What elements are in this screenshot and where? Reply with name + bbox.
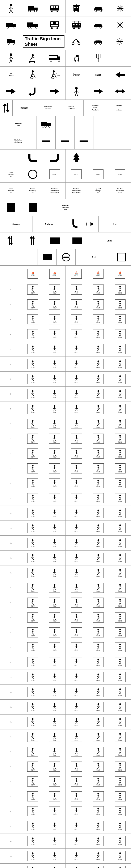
svg-line-843 xyxy=(75,632,76,634)
svg-line-387 xyxy=(54,409,55,411)
svg-line-417 xyxy=(54,424,55,426)
cat-cell-13-3: ©CAT xyxy=(87,476,109,491)
svg-line-1125 xyxy=(119,767,120,769)
cat-cell-7-3: ©CAT xyxy=(87,386,109,401)
svg-line-256 xyxy=(120,334,121,336)
svg-point-32 xyxy=(120,8,121,9)
row-num-38: 39. xyxy=(0,849,22,863)
svg-point-110 xyxy=(52,76,54,79)
cat-cell-17-4: ©CAT xyxy=(109,536,131,550)
row-8: Anliegerfrei xyxy=(0,116,131,133)
cell-lieferverkehr: Liefer-verkehrfrei xyxy=(0,166,22,182)
svg-point-197 xyxy=(32,316,34,317)
svg-line-423 xyxy=(75,424,76,426)
svg-point-617 xyxy=(32,525,34,526)
row-num-24: 25. xyxy=(0,640,22,655)
cell-frei2: frei xyxy=(75,249,112,266)
row-num-18: 19. xyxy=(0,551,22,565)
cat-cell-15-1: ©CAT xyxy=(44,506,66,521)
svg-line-381 xyxy=(32,409,33,411)
svg-line-465 xyxy=(119,439,120,441)
cell-car2 xyxy=(87,17,109,33)
row-num-15: 16. xyxy=(0,506,22,521)
svg-point-317 xyxy=(32,375,34,377)
svg-line-639 xyxy=(97,528,98,530)
svg-line-664 xyxy=(76,543,77,545)
svg-point-965 xyxy=(97,688,99,690)
cat-cell-12-1: ©CAT xyxy=(44,461,66,476)
cat-cell-2-4: ©CAT xyxy=(109,312,131,327)
cat-cell-37-4: ©CAT xyxy=(109,834,131,848)
svg-point-39 xyxy=(28,27,30,28)
svg-point-251 xyxy=(119,331,121,332)
cat-cell-9-0: ©CAT xyxy=(22,416,44,431)
svg-line-609 xyxy=(97,513,98,515)
svg-rect-10 xyxy=(28,6,34,10)
svg-line-1198 xyxy=(55,811,56,813)
row-11: Liefer-verkehrfrei ©CAT ©CAT ©CAT ©CAT xyxy=(0,166,131,183)
svg-line-441 xyxy=(32,439,33,441)
svg-line-1252 xyxy=(33,841,34,843)
svg-line-238 xyxy=(55,334,56,336)
cell-empty10 xyxy=(109,150,131,166)
svg-line-975 xyxy=(119,692,120,694)
svg-point-130 xyxy=(45,126,46,127)
cell-arrow-return xyxy=(82,216,99,232)
svg-line-1179 xyxy=(97,797,98,799)
cat-cell-24-1: ©CAT xyxy=(44,640,66,655)
svg-point-215 xyxy=(97,316,99,317)
svg-point-515 xyxy=(97,465,99,466)
svg-point-701 xyxy=(119,554,121,556)
svg-line-1030 xyxy=(98,722,99,724)
cell-no-entry xyxy=(57,249,75,266)
svg-line-939 xyxy=(97,677,98,679)
svg-line-255 xyxy=(119,334,120,336)
streugut-label: Streugut xyxy=(12,223,20,225)
svg-line-166 xyxy=(120,289,121,292)
cat-cell-39-1: ©CAT xyxy=(44,864,66,868)
cat-cell-6-4: ©CAT xyxy=(109,372,131,386)
row-num-0: 1. xyxy=(0,282,22,297)
svg-line-1293 xyxy=(75,856,76,858)
svg-line-958 xyxy=(55,692,56,694)
svg-point-353 xyxy=(54,390,55,392)
svg-line-1131 xyxy=(32,781,33,784)
svg-line-154 xyxy=(76,289,77,292)
svg-marker-116 xyxy=(50,89,59,94)
cell-bei-nasse: beiNässe xyxy=(0,67,22,83)
svg-line-346 xyxy=(120,379,121,381)
svg-point-461 xyxy=(119,435,121,436)
svg-line-885 xyxy=(119,647,120,649)
cat-row-39: 40. ©CAT ©CAT ©CAT ©CAT ©CAT xyxy=(0,864,131,868)
svg-point-377 xyxy=(32,405,34,407)
cat-cell-21-1: ©CAT xyxy=(44,595,66,610)
svg-line-1203 xyxy=(75,811,76,813)
row-15: Ende xyxy=(0,232,131,249)
svg-point-239 xyxy=(75,331,77,332)
svg-line-1018 xyxy=(55,722,56,724)
svg-line-694 xyxy=(76,558,77,560)
cat-cell-2-0: ©CAT xyxy=(22,312,44,327)
svg-line-592 xyxy=(33,513,34,515)
svg-point-227 xyxy=(32,331,34,332)
svg-rect-127 xyxy=(41,122,47,126)
cat-cell-0-3: ©CAT xyxy=(87,282,109,297)
cat-cell-34-4: ©CAT xyxy=(109,789,131,804)
cat-cell-17-0: ©CAT xyxy=(22,536,44,550)
cat-cell-8-4: ©CAT xyxy=(109,401,131,416)
svg-point-725 xyxy=(97,569,99,571)
svg-rect-65 xyxy=(11,40,15,43)
svg-line-345 xyxy=(119,379,120,381)
cat-cell-12-0: ©CAT xyxy=(22,461,44,476)
svg-point-611 xyxy=(119,509,121,511)
cat-cell-30-2: ©CAT xyxy=(65,730,87,744)
svg-point-809 xyxy=(75,614,77,615)
svg-point-1301 xyxy=(119,852,121,854)
cat-cell-14-4: ©CAT xyxy=(109,491,131,505)
svg-marker-133 xyxy=(7,236,11,245)
cat-cell-11-3: ©CAT xyxy=(87,446,109,461)
row-6 xyxy=(0,83,131,100)
cat-row-30: 31. ©CAT ©CAT ©CAT ©CAT ©CAT xyxy=(0,730,131,744)
svg-line-351 xyxy=(32,394,33,396)
svg-point-767 xyxy=(32,599,34,600)
